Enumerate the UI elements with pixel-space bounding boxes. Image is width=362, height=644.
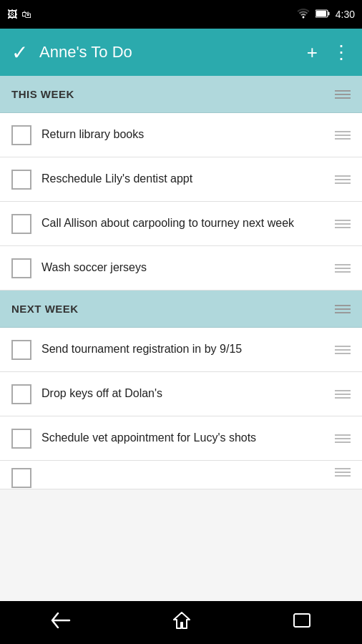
section-next-week: NEXT WEEK xyxy=(0,291,362,328)
section-this-week: THIS WEEK xyxy=(0,76,362,113)
more-button[interactable]: ⋮ xyxy=(332,43,351,62)
bottom-nav xyxy=(0,601,362,644)
svg-rect-2 xyxy=(316,11,326,16)
section-drag-next-week[interactable] xyxy=(335,305,351,313)
list-item: Drop keys off at Dolan's xyxy=(0,372,362,416)
task-drag-7[interactable] xyxy=(335,434,351,443)
task-text-1: Return library books xyxy=(41,127,325,142)
task-text-5: Send tournament registration in by 9/15 xyxy=(41,341,325,357)
gallery-icon: 🖼 xyxy=(7,9,17,20)
task-text-4: Wash soccer jerseys xyxy=(41,260,325,275)
recent-button[interactable] xyxy=(293,613,311,633)
task-drag-8[interactable] xyxy=(335,468,351,477)
app-title: Anne's To Do xyxy=(39,43,298,62)
task-drag-3[interactable] xyxy=(335,220,351,228)
app-bar: ✓ Anne's To Do + ⋮ xyxy=(0,29,362,76)
task-text-7: Schedule vet appointment for Lucy's shot… xyxy=(41,430,325,446)
home-button[interactable] xyxy=(172,611,191,634)
list-item: Wash soccer jerseys xyxy=(0,246,362,291)
task-drag-5[interactable] xyxy=(335,346,351,354)
list-item: Call Allison about carpooling to tourney… xyxy=(0,202,362,246)
task-drag-1[interactable] xyxy=(335,131,351,140)
list-item xyxy=(0,461,362,489)
task-checkbox-8[interactable] xyxy=(11,468,31,488)
section-title-this-week: THIS WEEK xyxy=(11,88,74,100)
wifi-icon xyxy=(297,9,310,21)
task-checkbox-4[interactable] xyxy=(11,258,31,278)
list-item: Return library books xyxy=(0,113,362,157)
battery-icon xyxy=(315,9,330,20)
status-bar-right: 4:30 xyxy=(297,9,355,21)
back-button[interactable] xyxy=(51,613,71,633)
task-checkbox-7[interactable] xyxy=(11,429,31,449)
check-icon: ✓ xyxy=(11,41,28,64)
task-drag-4[interactable] xyxy=(335,264,351,273)
list-item: Reschedule Lily's dentist appt xyxy=(0,157,362,202)
task-drag-2[interactable] xyxy=(335,175,351,184)
status-bar-left: 🖼 🛍 xyxy=(7,9,31,20)
list-item: Send tournament registration in by 9/15 xyxy=(0,328,362,372)
task-checkbox-5[interactable] xyxy=(11,340,31,360)
app-bar-actions: + ⋮ xyxy=(307,43,351,62)
task-checkbox-3[interactable] xyxy=(11,214,31,234)
task-text-6: Drop keys off at Dolan's xyxy=(41,386,325,401)
task-text-3: Call Allison about carpooling to tourney… xyxy=(41,215,325,231)
shopping-icon: 🛍 xyxy=(21,9,31,20)
time-display: 4:30 xyxy=(336,9,355,20)
svg-rect-3 xyxy=(294,614,310,627)
section-title-next-week: NEXT WEEK xyxy=(11,303,79,315)
task-checkbox-6[interactable] xyxy=(11,384,31,404)
task-checkbox-2[interactable] xyxy=(11,170,31,190)
task-text-2: Reschedule Lily's dentist appt xyxy=(41,171,325,187)
status-bar: 🖼 🛍 4:30 xyxy=(0,0,362,29)
list-item: Schedule vet appointment for Lucy's shot… xyxy=(0,416,362,461)
add-button[interactable]: + xyxy=(307,43,318,62)
task-drag-6[interactable] xyxy=(335,390,351,399)
svg-rect-1 xyxy=(328,12,329,16)
task-checkbox-1[interactable] xyxy=(11,125,31,145)
section-drag-this-week[interactable] xyxy=(335,90,351,99)
